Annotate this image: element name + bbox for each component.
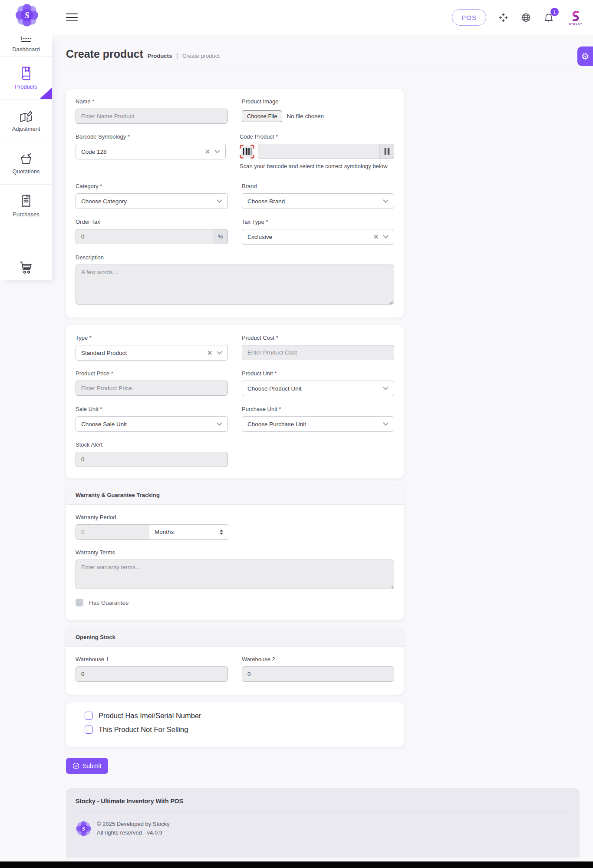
chevron-down-icon (217, 422, 222, 426)
menu-toggle-icon[interactable] (66, 13, 78, 24)
choose-file-button[interactable]: Choose File (242, 110, 282, 122)
barcode-symbology-field: Barcode Symbology * Code 128 ✕ (76, 133, 226, 171)
barcode-symbology-select[interactable]: Code 128 ✕ (76, 144, 226, 159)
stock-alert-field: Stock Alert (76, 441, 228, 467)
sidebar-item-purchases[interactable]: Purchases (0, 184, 52, 227)
chevron-down-icon (217, 199, 222, 203)
clear-icon[interactable]: ✕ (373, 233, 379, 240)
has-guarantee-checkbox[interactable] (76, 599, 83, 606)
code-product-input[interactable] (258, 144, 379, 159)
warehouse2-input[interactable] (242, 666, 394, 682)
receipt-icon (20, 194, 33, 208)
imei-row[interactable]: Product Has Imei/Serial Number (85, 712, 394, 720)
category-label: Category * (76, 183, 228, 189)
footer-copyright: © 2025 Developed by Stocky (97, 820, 170, 828)
warranty-terms-label: Warranty Terms (76, 549, 394, 556)
chevron-down-icon (383, 235, 389, 239)
warranty-card: Warranty & Guarantee Tracking Warranty P… (66, 486, 404, 620)
sale-unit-select[interactable]: Choose Sale Unit (76, 416, 228, 432)
type-select[interactable]: Standard Product ✕ (76, 345, 228, 361)
clear-icon[interactable]: ✕ (207, 349, 212, 356)
product-cost-label: Product Cost * (242, 335, 394, 341)
not-for-selling-row[interactable]: This Product Not For Selling (85, 726, 394, 734)
language-globe-icon[interactable] (521, 12, 531, 23)
notifications-bell-icon[interactable]: 1 (543, 12, 554, 23)
product-unit-select[interactable]: Choose Product Unit (242, 381, 394, 396)
settings-gear-button[interactable]: ⚙ (577, 46, 593, 66)
tax-type-select[interactable]: Exclusive ✕ (242, 229, 394, 245)
warranty-period-field: Warranty Period Months (76, 514, 394, 540)
has-guarantee-row[interactable]: Has Guarantee (76, 599, 394, 606)
purchase-unit-select[interactable]: Choose Purchase Unit (242, 416, 394, 432)
dashboard-icon (20, 36, 33, 43)
stock-alert-input[interactable] (76, 452, 228, 467)
has-guarantee-label: Has Guarantee (89, 600, 129, 606)
footer-divider (76, 812, 570, 812)
barcode-hint: Scan your barcode and select the correct… (240, 162, 394, 171)
brand-field: Brand Choose Brand (242, 183, 394, 209)
main-content: Create product Products | Create product… (52, 35, 593, 858)
stock-alert-label: Stock Alert (76, 441, 228, 448)
sidebar-item-adjustment[interactable]: Adjustment (0, 99, 52, 142)
warehouse1-input[interactable] (76, 666, 228, 682)
cart-icon (19, 260, 33, 275)
brand-label: Brand (242, 183, 394, 189)
warranty-period-input[interactable] (76, 524, 149, 540)
order-tax-input[interactable] (76, 229, 213, 244)
gear-icon: ⚙ (581, 51, 590, 62)
code-product-label: Code Product * (240, 133, 394, 140)
sidebar-item-products[interactable]: Products (0, 56, 52, 99)
sidebar-item-label: Products (15, 83, 37, 90)
sale-unit-field: Sale Unit * Choose Sale Unit (76, 406, 228, 432)
imei-checkbox[interactable] (85, 712, 93, 720)
code-product-field: Code Product * (240, 133, 394, 171)
generate-barcode-addon[interactable] (379, 144, 394, 159)
imei-label: Product Has Imei/Serial Number (99, 712, 201, 720)
stocky-brand-logo[interactable]: STOCKY (566, 10, 585, 25)
warranty-unit-select[interactable]: Months (149, 524, 229, 540)
warranty-terms-textarea[interactable] (76, 560, 394, 589)
sidebar-item-sales[interactable] (0, 227, 52, 280)
opening-stock-title: Opening Stock (66, 628, 404, 647)
product-flags-card: Product Has Imei/Serial Number This Prod… (66, 702, 404, 747)
product-image-label: Product Image (242, 98, 394, 105)
barcode-icon (383, 148, 390, 155)
tax-type-field: Tax Type * Exclusive ✕ (242, 219, 394, 245)
brand-select[interactable]: Choose Brand (242, 193, 394, 209)
warranty-terms-field: Warranty Terms (76, 549, 394, 591)
fullscreen-icon[interactable] (498, 12, 509, 23)
pos-button[interactable]: POS (452, 9, 486, 26)
category-select[interactable]: Choose Category (76, 193, 228, 209)
chevron-down-icon (383, 199, 389, 203)
sidebar-item-label: Dashboard (12, 46, 40, 53)
breadcrumb-products[interactable]: Products (148, 53, 172, 59)
clear-icon[interactable]: ✕ (205, 148, 210, 155)
percent-addon: % (213, 229, 228, 244)
book-icon (20, 66, 33, 80)
stocky-flower-logo[interactable]: S (15, 3, 39, 27)
warehouse1-field: Warehouse 1 (76, 656, 228, 682)
sidebar-item-quotations[interactable]: Quotations (0, 142, 52, 184)
chevron-down-icon (383, 422, 389, 426)
order-tax-field: Order Tax % (76, 219, 228, 245)
sidebar-item-label: Adjustment (12, 126, 40, 132)
product-price-label: Product Price * (76, 370, 228, 377)
purchase-unit-label: Purchase Unit * (242, 406, 394, 412)
barcode-scanner-icon[interactable] (240, 145, 254, 159)
product-unit-field: Product Unit * Choose Product Unit (242, 370, 394, 396)
logo-letter: S (24, 10, 29, 20)
active-corner-triangle (40, 87, 52, 99)
top-header: S POS 1 (0, 0, 593, 35)
product-cost-input[interactable] (242, 345, 394, 360)
sidebar-item-label: Purchases (13, 211, 39, 218)
submit-button[interactable]: Submit (66, 758, 108, 774)
chevron-down-icon (214, 150, 220, 153)
not-for-selling-checkbox[interactable] (85, 726, 93, 734)
order-tax-label: Order Tax (76, 219, 228, 225)
sidebar-nav: Dashboard Products Adjustment Quotations (0, 35, 52, 280)
bottom-black-bar (0, 861, 593, 868)
sidebar-item-dashboard[interactable]: Dashboard (0, 35, 52, 56)
description-textarea[interactable] (76, 265, 394, 305)
name-input[interactable] (76, 109, 228, 124)
product-price-input[interactable] (76, 381, 228, 396)
